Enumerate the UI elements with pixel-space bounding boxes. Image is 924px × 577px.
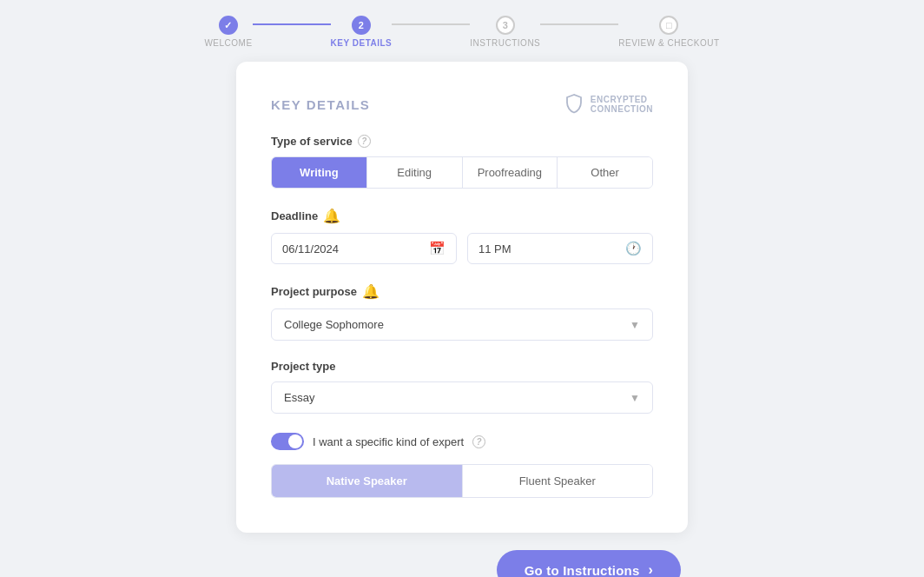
step-circle-instructions: 3 [496, 16, 515, 35]
go-to-instructions-button[interactable]: Go to Instructions › [497, 550, 681, 577]
card-title: KEY DETAILS [271, 97, 370, 112]
expert-toggle-label: I want a specific kind of expert [313, 435, 464, 448]
service-tabs: Writing Editing Proofreading Other [271, 156, 653, 189]
encrypted-label: ENCRYPTED CONNECTION [591, 95, 653, 114]
step-instructions[interactable]: 3 INSTRUCTIONS [470, 16, 540, 48]
date-value: 06/11/2024 [282, 242, 339, 255]
tab-editing[interactable]: Editing [367, 157, 463, 188]
chevron-down-icon: ▼ [630, 319, 640, 331]
shield-icon [564, 93, 584, 116]
bell-icon: 🔔 [323, 208, 340, 224]
tab-other[interactable]: Other [558, 157, 652, 188]
expert-toggle[interactable] [271, 433, 304, 450]
step-line-3 [540, 23, 618, 25]
purpose-bell-icon: 🔔 [362, 283, 380, 300]
step-circle-review: □ [659, 16, 678, 35]
main-card: KEY DETAILS ENCRYPTED CONNECTION Type of… [236, 62, 688, 533]
deadline-label: Deadline 🔔 [271, 208, 653, 224]
chevron-right-icon: › [648, 562, 653, 577]
expert-help-icon[interactable]: ? [472, 435, 485, 448]
bottom-nav: Go to Instructions › [0, 533, 924, 577]
expert-buttons: Native Speaker Fluent Speaker [271, 464, 653, 498]
step-key-details[interactable]: 2 KEY DETAILS [331, 16, 393, 48]
go-button-label: Go to Instructions [525, 563, 640, 578]
tab-writing[interactable]: Writing [272, 157, 367, 188]
time-input[interactable]: 11 PM 🕐 [467, 233, 653, 264]
step-line-2 [392, 23, 470, 25]
step-circle-key-details: 2 [352, 16, 371, 35]
date-input[interactable]: 06/11/2024 📅 [271, 233, 457, 264]
step-label-welcome: WELCOME [204, 38, 252, 48]
step-label-instructions: INSTRUCTIONS [470, 38, 540, 48]
progress-bar: ✓ WELCOME 2 KEY DETAILS 3 INSTRUCTIONS □… [0, 0, 924, 58]
encrypted-badge: ENCRYPTED CONNECTION [564, 93, 653, 116]
project-purpose-value: College Sophomore [284, 318, 384, 331]
project-purpose-label: Project purpose 🔔 [271, 283, 653, 300]
tab-proofreading[interactable]: Proofreading [463, 157, 558, 188]
expert-toggle-row: I want a specific kind of expert ? [271, 433, 653, 450]
step-review[interactable]: □ REVIEW & CHECKOUT [618, 16, 719, 48]
card-header: KEY DETAILS ENCRYPTED CONNECTION [271, 93, 653, 116]
deadline-row: 06/11/2024 📅 11 PM 🕐 [271, 233, 653, 264]
service-type-label: Type of service ? [271, 135, 653, 148]
step-label-review: REVIEW & CHECKOUT [618, 38, 719, 48]
calendar-icon: 📅 [429, 241, 446, 256]
time-value: 11 PM [478, 242, 512, 255]
step-line-1 [253, 23, 331, 25]
project-purpose-dropdown[interactable]: College Sophomore ▼ [271, 308, 653, 341]
clock-icon: 🕐 [625, 241, 642, 256]
step-welcome[interactable]: ✓ WELCOME [204, 16, 252, 48]
chevron-down-icon-2: ▼ [630, 392, 640, 404]
btn-fluent-speaker[interactable]: Fluent Speaker [463, 465, 653, 497]
project-type-label: Project type [271, 360, 653, 373]
step-label-key-details: KEY DETAILS [331, 38, 393, 48]
service-help-icon[interactable]: ? [358, 135, 371, 148]
project-type-dropdown[interactable]: Essay ▼ [271, 381, 653, 414]
project-type-value: Essay [284, 391, 314, 404]
btn-native-speaker[interactable]: Native Speaker [272, 465, 463, 497]
step-circle-welcome: ✓ [219, 16, 238, 35]
